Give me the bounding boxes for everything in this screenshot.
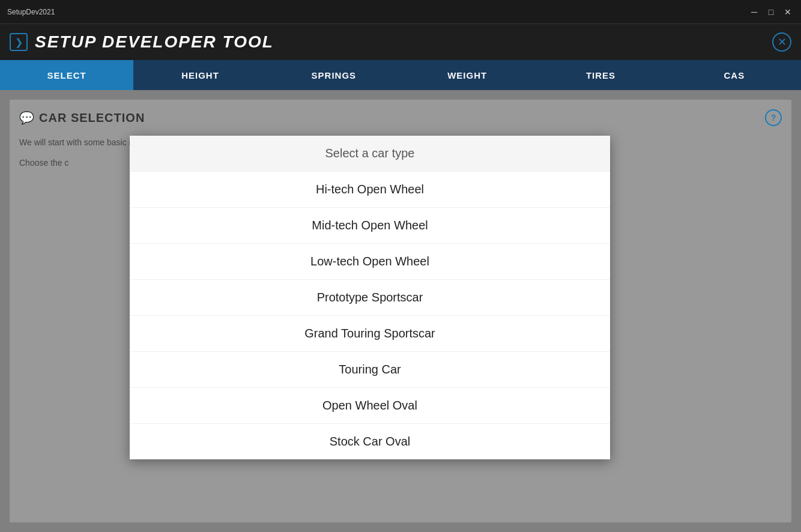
chat-icon: 💬 [19, 110, 34, 125]
tab-height[interactable]: HEIGHT [133, 60, 267, 90]
header-close-button[interactable]: ✕ [772, 32, 791, 52]
maximize-button[interactable]: □ [765, 6, 777, 18]
nav-tabs: SELECT HEIGHT SPRINGS WEIGHT TIRES CAS [0, 60, 801, 90]
dropdown-option-2[interactable]: Low-tech Open Wheel [130, 244, 610, 280]
chevron-right-icon: ❯ [15, 37, 23, 48]
close-window-button[interactable]: ✕ [782, 6, 794, 18]
tab-select[interactable]: SELECT [0, 60, 133, 90]
dropdown-option-7[interactable]: Stock Car Oval [130, 424, 610, 459]
window-controls: ─ □ ✕ [748, 6, 794, 18]
nav-back-button[interactable]: ❯ [10, 33, 28, 51]
tab-cas[interactable]: CAS [668, 60, 801, 90]
dropdown-option-0[interactable]: Hi-tech Open Wheel [130, 172, 610, 208]
section-title: CAR SELECTION [39, 111, 145, 125]
tab-cas-label: CAS [724, 70, 745, 80]
tab-springs[interactable]: SPRINGS [267, 60, 400, 90]
dropdown-placeholder[interactable]: Select a car type [130, 136, 610, 172]
tab-tires[interactable]: TIRES [534, 60, 667, 90]
tab-weight-label: WEIGHT [447, 70, 487, 80]
content-area: 💬 CAR SELECTION ? We will start with som… [0, 90, 801, 532]
close-icon: ✕ [778, 35, 787, 49]
dropdown-option-5[interactable]: Touring Car [130, 352, 610, 388]
header-left: ❯ SETUP DEVELOPER TOOL [10, 32, 274, 52]
dropdown-option-6[interactable]: Open Wheel Oval [130, 388, 610, 424]
tab-height-label: HEIGHT [181, 70, 219, 80]
app-title: SETUP DEVELOPER TOOL [35, 32, 274, 52]
tab-tires-label: TIRES [586, 70, 615, 80]
question-mark-icon: ? [771, 113, 776, 122]
section-header: 💬 CAR SELECTION ? [19, 109, 782, 126]
minimize-button[interactable]: ─ [748, 6, 760, 18]
content-inner: 💬 CAR SELECTION ? We will start with som… [10, 100, 791, 522]
dropdown-option-4[interactable]: Grand Touring Sportscar [130, 316, 610, 352]
car-type-dropdown[interactable]: Select a car type Hi-tech Open Wheel Mid… [130, 136, 610, 459]
app-header: ❯ SETUP DEVELOPER TOOL ✕ [0, 24, 801, 60]
title-bar: SetupDev2021 ─ □ ✕ [0, 0, 801, 24]
tab-weight[interactable]: WEIGHT [400, 60, 534, 90]
tab-springs-label: SPRINGS [312, 70, 357, 80]
tab-select-label: SELECT [47, 70, 86, 80]
section-title-wrapper: 💬 CAR SELECTION [19, 110, 145, 125]
window-title: SetupDev2021 [7, 8, 55, 16]
dropdown-option-1[interactable]: Mid-tech Open Wheel [130, 208, 610, 244]
help-button[interactable]: ? [765, 109, 782, 126]
dropdown-option-3[interactable]: Prototype Sportscar [130, 280, 610, 316]
